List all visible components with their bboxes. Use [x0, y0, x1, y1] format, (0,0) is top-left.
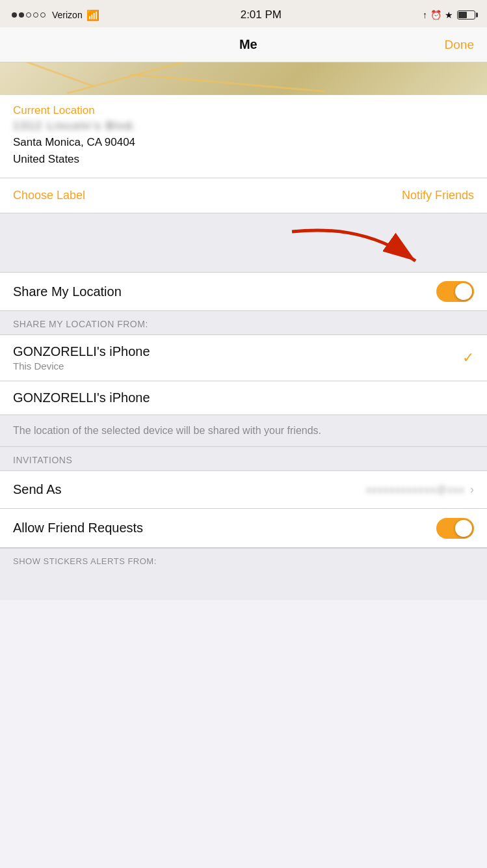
info-text: The location of the selected device will…	[13, 423, 474, 439]
share-location-label: Share My Location	[13, 284, 122, 299]
share-from-header: SHARE MY LOCATION FROM:	[0, 311, 487, 335]
dot-4	[33, 12, 38, 18]
device1-subtitle: This Device	[13, 360, 150, 372]
nav-bar: Me Done	[0, 27, 487, 62]
allow-friend-requests-label: Allow Friend Requests	[13, 521, 143, 536]
address-line1: Santa Monica, CA 90404	[13, 134, 474, 151]
device1-name: GONZORELLI's iPhone	[13, 344, 150, 359]
share-location-toggle[interactable]	[436, 281, 474, 302]
device1-row[interactable]: GONZORELLI's iPhone This Device ✓	[0, 335, 487, 381]
choose-label-button[interactable]: Choose Label	[13, 189, 85, 202]
address-line2: United States	[13, 151, 474, 168]
allow-friend-requests-toggle[interactable]	[436, 518, 474, 539]
invitations-header-text: INVITATIONS	[13, 455, 474, 465]
status-icons: ↑ ⏰ ★	[423, 10, 453, 20]
invitations-header: INVITATIONS	[0, 447, 487, 471]
wifi-icon: 📶	[86, 9, 99, 21]
alarm-icon: ⏰	[430, 10, 441, 20]
device1-inner: GONZORELLI's iPhone This Device ✓	[13, 344, 474, 372]
status-bar: Verizon 📶 2:01 PM ↑ ⏰ ★	[0, 0, 487, 27]
toggle-knob	[455, 283, 472, 300]
share-from-header-text: SHARE MY LOCATION FROM:	[13, 319, 474, 329]
status-time: 2:01 PM	[241, 8, 282, 21]
battery-fill	[458, 12, 467, 18]
current-location-label[interactable]: Current Location	[13, 104, 474, 117]
done-button[interactable]: Done	[445, 38, 474, 52]
device2-row[interactable]: GONZORELLI's iPhone	[0, 381, 487, 415]
location-section: Current Location 1312 Lincoln's Blvd. Sa…	[0, 95, 487, 178]
share-location-row: Share My Location	[0, 272, 487, 311]
device1-info: GONZORELLI's iPhone This Device	[13, 344, 150, 372]
dot-3	[26, 12, 31, 18]
arrow-section	[0, 213, 487, 272]
signal-dots	[12, 12, 46, 18]
action-row: Choose Label Notify Friends	[0, 178, 487, 213]
map-thumbnail	[0, 62, 487, 95]
status-left: Verizon 📶	[12, 9, 99, 21]
send-as-row[interactable]: Send As xxxxxxxxxxxx@xxx ›	[0, 471, 487, 509]
allow-friend-requests-row: Allow Friend Requests	[0, 509, 487, 548]
nav-title: Me	[239, 37, 257, 52]
send-as-label: Send As	[13, 482, 62, 497]
dot-5	[40, 12, 46, 18]
bottom-hint-text: SHOW STICKERS ALERTS FROM:	[0, 549, 487, 574]
battery-icon	[457, 10, 475, 20]
address-blurred: 1312 Lincoln's Blvd.	[13, 120, 474, 133]
carrier-label: Verizon	[52, 10, 83, 20]
notify-friends-button[interactable]: Notify Friends	[402, 189, 474, 202]
device1-checkmark: ✓	[462, 349, 474, 366]
location-icon: ↑	[423, 10, 427, 20]
bluetooth-icon: ★	[445, 10, 453, 20]
dot-1	[12, 12, 17, 18]
red-arrow-annotation	[285, 225, 428, 277]
allow-toggle-knob	[455, 520, 472, 537]
bottom-gray-section: SHOW STICKERS ALERTS FROM:	[0, 548, 487, 600]
device2-name: GONZORELLI's iPhone	[13, 390, 474, 405]
chevron-icon: ›	[470, 483, 474, 496]
send-as-value: xxxxxxxxxxxx@xxx	[366, 484, 465, 496]
send-as-right: xxxxxxxxxxxx@xxx ›	[366, 483, 474, 496]
dot-2	[19, 12, 24, 18]
info-text-row: The location of the selected device will…	[0, 415, 487, 447]
status-right: ↑ ⏰ ★	[423, 10, 475, 20]
